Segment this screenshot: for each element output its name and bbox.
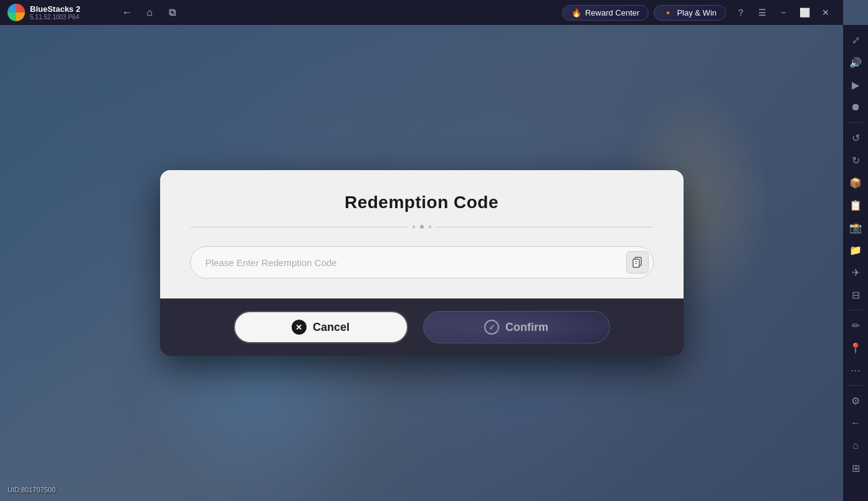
app-version: 5.11.52.1003 P64: [30, 14, 80, 21]
sidebar-home-icon[interactable]: ⌂: [846, 436, 866, 456]
back-button[interactable]: ←: [117, 2, 137, 22]
redemption-dialog: Redemption Code: [160, 170, 684, 356]
sidebar-screenshot-icon[interactable]: 📸: [846, 217, 866, 237]
app-name: BlueStacks 2: [30, 4, 80, 14]
app-info: BlueStacks 2 5.11.52.1003 P64: [30, 4, 80, 21]
window-controls: ? ☰ − ⬜ ✕: [731, 2, 836, 22]
divider-dot-3: [429, 226, 431, 228]
coin-icon: 🔸: [663, 8, 673, 17]
uid-label: UID:801707500: [7, 486, 55, 494]
sidebar-minimize-icon[interactable]: ⊟: [846, 285, 866, 305]
topbar: BlueStacks 2 5.11.52.1003 P64 ← ⌂ ⧉ 🔥 Re…: [0, 0, 843, 25]
sidebar-folder-icon[interactable]: 📁: [846, 240, 866, 260]
cancel-label: Cancel: [313, 321, 350, 334]
menu-button[interactable]: ☰: [752, 2, 772, 22]
topbar-nav: ← ⌂ ⧉: [112, 2, 187, 22]
sidebar-clipboard-icon[interactable]: 📋: [846, 195, 866, 215]
modal-overlay: Redemption Code: [0, 25, 843, 501]
bluestacks-logo: [7, 4, 25, 21]
divider-dot-2: [420, 225, 424, 229]
fire-icon: 🔥: [571, 8, 581, 17]
divider-line-right: [436, 227, 654, 227]
dialog-bottom: ✕ Cancel ✓ Confirm: [160, 298, 684, 356]
sidebar-plane-icon[interactable]: ✈: [846, 262, 866, 282]
play-win-label: Play & Win: [677, 8, 717, 17]
sidebar-rotate-icon[interactable]: ↺: [846, 128, 866, 148]
confirm-label: Confirm: [505, 321, 548, 334]
redemption-code-input[interactable]: [190, 246, 654, 279]
sidebar-edit-icon[interactable]: ✏: [846, 315, 866, 335]
minimize-button[interactable]: −: [773, 2, 793, 22]
dialog-title: Redemption Code: [190, 193, 654, 212]
confirm-icon: ✓: [484, 320, 499, 335]
sidebar-divider-1: [848, 122, 863, 123]
paste-icon: [632, 257, 643, 268]
divider-dot-1: [413, 226, 415, 228]
sidebar-package-icon[interactable]: 📦: [846, 173, 866, 193]
sidebar-expand-icon[interactable]: ⤢: [846, 30, 866, 50]
sidebar-divider-3: [848, 385, 863, 386]
paste-button[interactable]: [626, 251, 649, 274]
sidebar-settings-icon[interactable]: ⚙: [846, 391, 866, 411]
divider-line-left: [190, 227, 408, 227]
multi-button[interactable]: ⧉: [162, 2, 182, 22]
sidebar-apps-icon[interactable]: ⊞: [846, 458, 866, 478]
sidebar-play-icon[interactable]: ▶: [846, 75, 866, 95]
dialog-divider: [190, 225, 654, 229]
restore-button[interactable]: ⬜: [794, 2, 814, 22]
sidebar-location-icon[interactable]: 📍: [846, 338, 866, 358]
sidebar-more-icon[interactable]: ⋯: [846, 360, 866, 380]
reward-center-label: Reward Center: [585, 8, 639, 17]
reward-center-button[interactable]: 🔥 Reward Center: [562, 5, 649, 21]
dialog-top: Redemption Code: [160, 170, 684, 298]
confirm-button[interactable]: ✓ Confirm: [423, 311, 610, 343]
cancel-icon: ✕: [292, 320, 307, 335]
app-branding: BlueStacks 2 5.11.52.1003 P64: [0, 4, 112, 21]
topbar-right: 🔥 Reward Center 🔸 Play & Win ? ☰ − ⬜ ✕: [555, 2, 843, 22]
home-button[interactable]: ⌂: [140, 2, 160, 22]
sidebar-divider-2: [848, 310, 863, 310]
sidebar-record-icon[interactable]: ⏺: [846, 97, 866, 117]
right-sidebar: ⤢ 🔊 ▶ ⏺ ↺ ↻ 📦 📋 📸 📁 ✈ ⊟ ✏ 📍 ⋯ ⚙ ← ⌂ ⊞: [843, 25, 868, 501]
close-button[interactable]: ✕: [816, 2, 836, 22]
sidebar-back-icon[interactable]: ←: [846, 413, 866, 433]
sidebar-volume-icon[interactable]: 🔊: [846, 52, 866, 72]
help-button[interactable]: ?: [731, 2, 751, 22]
play-win-button[interactable]: 🔸 Play & Win: [654, 5, 726, 21]
sidebar-refresh-icon[interactable]: ↻: [846, 150, 866, 170]
cancel-button[interactable]: ✕ Cancel: [234, 311, 408, 343]
input-wrapper: [190, 246, 654, 279]
